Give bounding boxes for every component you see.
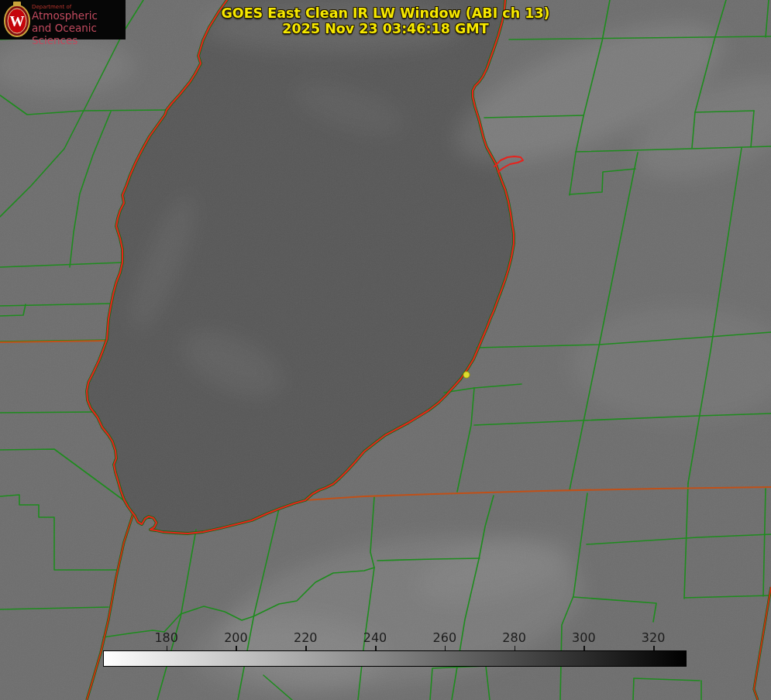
colorbar-tick-label: 200 bbox=[217, 630, 254, 645]
colorbar-bar bbox=[103, 650, 687, 667]
svg-text:W: W bbox=[10, 13, 25, 29]
uw-aos-logo: W Department of Atmospheric and Oceanic … bbox=[0, 0, 126, 39]
colorbar-tick-label: 300 bbox=[565, 630, 602, 645]
logo-name-line2: and Oceanic Sciences bbox=[32, 22, 126, 46]
sensor-grain bbox=[0, 0, 771, 700]
uw-crest-icon: W bbox=[2, 2, 32, 38]
goes-satellite-view: W Department of Atmospheric and Oceanic … bbox=[0, 0, 771, 700]
colorbar-tick-label: 320 bbox=[635, 630, 672, 645]
colorbar-tick-label: 220 bbox=[287, 630, 324, 645]
colorbar-tick-label: 180 bbox=[148, 630, 185, 645]
logo-name-line1: Atmospheric bbox=[32, 9, 98, 22]
station-marker bbox=[463, 372, 470, 378]
colorbar-tick-label: 280 bbox=[496, 630, 533, 645]
temperature-colorbar: 180200220240260280300320 bbox=[103, 630, 687, 667]
colorbar-tick-label: 240 bbox=[356, 630, 394, 645]
satellite-map bbox=[0, 0, 771, 700]
colorbar-tick-label: 260 bbox=[426, 630, 463, 645]
